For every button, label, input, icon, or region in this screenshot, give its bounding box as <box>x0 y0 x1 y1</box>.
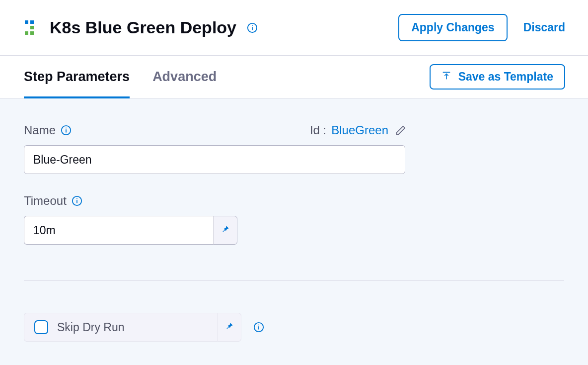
form-panel: Name Id : BlueGreen Timeout <box>0 98 588 365</box>
svg-point-7 <box>252 25 253 26</box>
timeout-section: Timeout <box>24 194 564 245</box>
timeout-input-row <box>24 216 237 245</box>
timeout-label: Timeout <box>24 194 564 208</box>
upload-icon <box>441 70 451 84</box>
svg-rect-1 <box>30 20 34 24</box>
info-icon[interactable] <box>72 195 82 206</box>
skip-dry-run-wrap: Skip Dry Run <box>24 313 241 342</box>
skip-dry-run-main[interactable]: Skip Dry Run <box>24 313 218 342</box>
svg-point-18 <box>258 325 259 326</box>
discard-button[interactable]: Discard <box>523 21 565 34</box>
skip-dry-run-checkbox[interactable] <box>34 320 48 334</box>
name-label: Name <box>24 123 72 137</box>
svg-rect-4 <box>30 31 34 35</box>
id-label: Id : <box>310 123 326 137</box>
page-header: K8s Blue Green Deploy Apply Changes Disc… <box>0 0 588 56</box>
tab-bar: Step Parameters Advanced Save as Templat… <box>0 56 588 98</box>
svg-rect-3 <box>25 31 28 35</box>
skip-dry-run-block: Skip Dry Run <box>24 313 564 342</box>
page-title: K8s Blue Green Deploy <box>50 18 236 37</box>
skip-dry-run-label: Skip Dry Run <box>57 321 124 334</box>
edit-id-icon[interactable] <box>395 125 406 136</box>
pin-button[interactable] <box>214 216 237 245</box>
svg-point-15 <box>76 198 77 199</box>
tabs: Step Parameters Advanced <box>24 56 217 98</box>
name-label-text: Name <box>24 123 56 137</box>
id-value: BlueGreen <box>331 123 388 137</box>
section-divider <box>24 280 564 281</box>
deploy-logo-icon <box>24 19 41 36</box>
pin-icon <box>220 224 230 236</box>
id-display: Id : BlueGreen <box>310 123 406 137</box>
pin-icon <box>224 321 234 333</box>
info-icon[interactable] <box>253 322 264 333</box>
tab-step-parameters[interactable]: Step Parameters <box>24 56 130 98</box>
info-icon[interactable] <box>246 22 258 34</box>
svg-rect-0 <box>25 20 28 24</box>
header-left: K8s Blue Green Deploy <box>24 18 258 37</box>
svg-point-12 <box>66 128 67 129</box>
header-actions: Apply Changes Discard <box>398 14 565 41</box>
pin-button[interactable] <box>218 313 241 342</box>
info-icon[interactable] <box>61 125 72 136</box>
name-input[interactable] <box>24 145 405 174</box>
timeout-input[interactable] <box>24 216 214 245</box>
tab-advanced[interactable]: Advanced <box>152 56 217 98</box>
save-as-template-label: Save as Template <box>458 70 553 84</box>
save-as-template-button[interactable]: Save as Template <box>430 64 565 90</box>
svg-rect-2 <box>30 26 34 29</box>
timeout-label-text: Timeout <box>24 194 67 208</box>
apply-changes-button[interactable]: Apply Changes <box>398 14 507 41</box>
name-row-header: Name Id : BlueGreen <box>24 123 406 137</box>
